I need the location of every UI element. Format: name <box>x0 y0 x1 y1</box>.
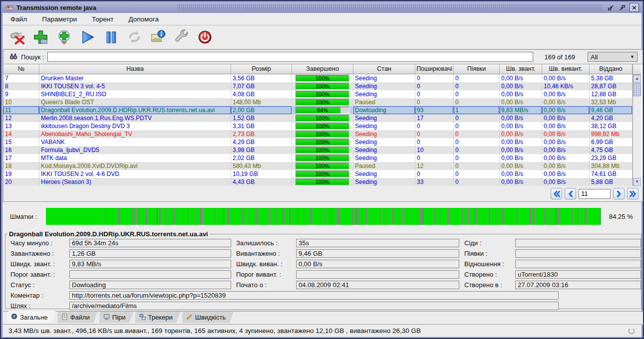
scroll-thumb[interactable] <box>633 83 641 96</box>
table-row[interactable]: 7Drunken Master3,56 GB100%Seeding000,00 … <box>3 74 633 82</box>
detail-label-dl-speed: Швидк. звант. : <box>10 260 69 268</box>
toolbar-disconnect-button[interactable] <box>8 29 25 46</box>
menu-file[interactable]: Файл <box>10 15 27 23</box>
maximize-button[interactable] <box>618 3 627 11</box>
toolbar-info-button[interactable] <box>149 29 166 46</box>
search-input[interactable] <box>47 52 533 62</box>
cell-seeders: 10 <box>415 146 454 154</box>
toolbar-refresh-button[interactable] <box>126 29 143 46</box>
table-row[interactable]: 12Merlin.2008.season.1.Rus.Eng.WS.PDTV1,… <box>3 114 633 122</box>
scroll-up-button[interactable]: ▲ <box>633 75 641 83</box>
column-header-3[interactable]: Завершено <box>292 64 353 74</box>
toolbar-pause-button[interactable] <box>102 29 119 46</box>
table-row[interactable]: 10Queen's Blade OST148,00 Mb100%Paused00… <box>3 98 633 106</box>
cell-dl: 0,00 B/s <box>500 122 542 130</box>
detail-label-created-by: Створено : <box>464 271 515 278</box>
column-header-4[interactable]: Стан <box>353 64 415 74</box>
toolbar <box>2 25 642 49</box>
column-header-7[interactable]: Шв. звант. <box>500 64 542 74</box>
cell-progress: 100% <box>292 138 353 146</box>
progress-bar: 100% <box>296 147 349 154</box>
detail-field-status: Dowloading <box>69 281 231 289</box>
minimize-button[interactable] <box>607 3 615 11</box>
pieces-percent: 84.25 % <box>609 213 633 220</box>
cell-seeders: 0 <box>415 74 454 82</box>
cell-name: IKKI TOUSEN 3 vol. 4-5 <box>39 82 231 90</box>
table-row[interactable]: 13ikkitousen Dragon Destiny DVD 33,31 GB… <box>3 122 633 130</box>
cell-name: IKKI TOUSEN 2 vol. 4-6 DVD <box>39 170 231 178</box>
add-url-icon <box>56 29 72 45</box>
tab-speed[interactable]: Швидкість <box>182 312 234 323</box>
detail-label-comment: Коментар : <box>10 292 69 299</box>
next-page-button[interactable] <box>613 188 625 199</box>
status-bar: 3,43 MB/s шв. звант., 496,16 KB/s шв.вив… <box>2 324 642 337</box>
column-header-6[interactable]: Піявки <box>454 64 500 74</box>
cell-leechers: 0 <box>454 90 500 98</box>
menu-options[interactable]: Параметри <box>42 15 77 23</box>
table-row[interactable]: 9SHINBIBLE1_2_RU.ISO4,08 GB100%Seeding00… <box>3 90 633 98</box>
last-page-button[interactable] <box>627 188 639 199</box>
table-row[interactable]: 16Formula_ljubvi_DVD53,98 GB100%Seeding1… <box>3 146 633 154</box>
cell-progress: 100% <box>292 74 353 82</box>
tab-label: Піри <box>112 314 126 321</box>
spinner-icon <box>628 327 636 335</box>
cell-dl: 9,83 MB/s <box>500 106 542 114</box>
cell-progress: 100% <box>292 130 353 138</box>
filter-dropdown[interactable]: All ▼ <box>588 52 638 62</box>
table-row[interactable]: 14Abenobashi_Maho_Shotengai_TV2,73 GB100… <box>3 130 633 138</box>
toolbar-power-button[interactable] <box>196 29 213 46</box>
tab-general[interactable]: Загальне <box>7 311 56 323</box>
table-row[interactable]: 20Heroes (Season 3)4,43 GB100%Seeding330… <box>3 178 633 186</box>
table-row[interactable]: 15VABANK4,29 GB100%Seeding000,00 B/s0,00… <box>3 138 633 146</box>
tab-label: Загальне <box>20 314 48 321</box>
tab-files[interactable]: Файли <box>57 312 98 323</box>
cell-progress: 100% <box>292 82 353 90</box>
toolbar-settings-button[interactable] <box>173 29 190 46</box>
cell-uploaded: 4,75 GB <box>590 146 633 154</box>
torrent-table: №НазваРозмірЗавершеноСтанПоширювачіПіявк… <box>3 64 643 186</box>
detail-field-elapsed: 69d 5h 34m 24s <box>69 239 231 247</box>
toolbar-start-button[interactable] <box>79 29 96 46</box>
table-row[interactable]: 11Dragonball Evolution.2009.D.HDRip.UKR.… <box>3 106 633 114</box>
cell-ul: 10,46 KB/s <box>542 82 590 90</box>
table-row[interactable]: 17MTK data2,02 GB100%Seeding000,00 B/s0,… <box>3 154 633 162</box>
monitor-icon <box>103 314 110 322</box>
table-row[interactable]: 8IKKI TOUSEN 3 vol. 4-57,07 GB100%Seedin… <box>3 82 633 90</box>
cell-size: 2,00 GB <box>231 106 292 114</box>
cell-state: Seeding <box>353 122 415 130</box>
detail-label-dl-limit: Порог завант. : <box>10 271 69 278</box>
menu-torrent[interactable]: Торент <box>92 15 113 23</box>
cell-leechers: 0 <box>454 114 500 122</box>
table-row[interactable]: 18Kod.Moiseya.2008.XviD.DVDRip.avi580,43… <box>3 162 633 170</box>
toolbar-add-torrent-button[interactable] <box>32 29 49 46</box>
detail-label-ratio: Відношення : <box>464 260 515 268</box>
eye-icon <box>11 313 17 321</box>
close-button[interactable] <box>630 3 639 12</box>
scroll-down-button[interactable]: ▼ <box>633 178 641 186</box>
column-header-9[interactable]: Віддано <box>590 64 633 74</box>
tab-trackers[interactable]: Трекери <box>135 312 181 323</box>
cell-state: Seeding <box>353 82 415 90</box>
cell-dl: 0,00 B/s <box>500 130 542 138</box>
cell-name: SHINBIBLE1_2_RU.ISO <box>39 90 231 98</box>
tab-peers[interactable]: Піри <box>99 312 134 323</box>
vertical-scrollbar[interactable]: ▲ ▼ <box>633 64 641 186</box>
column-header-1[interactable]: Назва <box>39 64 231 74</box>
page-input[interactable] <box>579 189 611 199</box>
table-row[interactable]: 19IKKI TOUSEN 2 vol. 4-6 DVD10,19 GB100%… <box>3 170 633 178</box>
cell-leechers: 0 <box>454 162 500 170</box>
search-row: Пошук : 169 of 169 All ▼ <box>3 50 643 64</box>
column-header-2[interactable]: Розмір <box>231 64 292 74</box>
add-torrent-icon <box>33 29 48 45</box>
first-page-button[interactable] <box>551 188 562 199</box>
prev-page-button[interactable] <box>565 188 576 199</box>
progress-label: 100% <box>296 131 349 137</box>
title-bar[interactable]: Transmission remote java <box>2 2 642 13</box>
column-header-8[interactable]: Шв. вивант. <box>542 64 590 74</box>
column-header-5[interactable]: Поширювачі <box>415 64 454 74</box>
cell-seeders: 0 <box>415 98 454 106</box>
cell-name: Merlin.2008.season.1.Rus.Eng.WS.PDTV <box>39 114 231 122</box>
column-header-0[interactable]: № <box>3 64 39 74</box>
menu-help[interactable]: Допомога <box>128 15 159 23</box>
toolbar-add-url-button[interactable] <box>55 29 72 46</box>
